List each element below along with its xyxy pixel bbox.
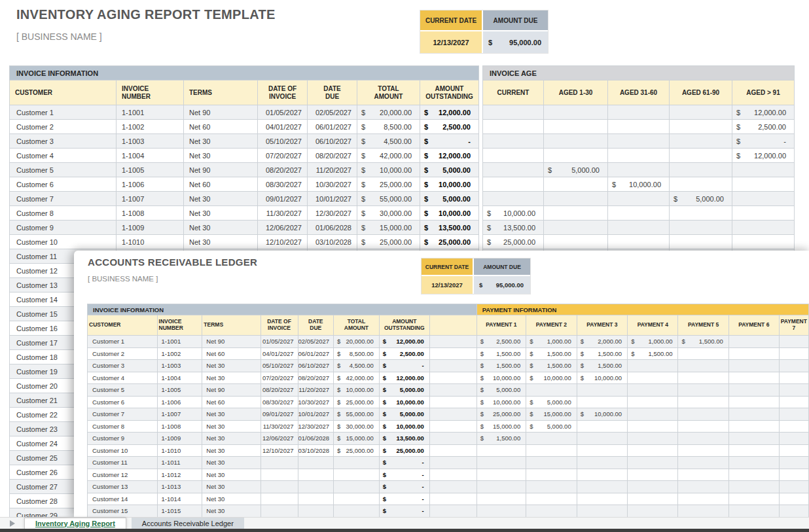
cell-invoice-number[interactable]: 1-1012 xyxy=(157,469,202,481)
column-header-amount-outstanding[interactable]: AMOUNT OUTSTANDING xyxy=(379,315,429,336)
cell-aged-61-90[interactable] xyxy=(670,149,732,163)
cell-aged-61-90[interactable] xyxy=(670,134,732,149)
cell-date-due[interactable]: 10/01/2027 xyxy=(298,408,334,421)
cell-terms[interactable]: Net 60 xyxy=(184,177,258,192)
cell-date-of-invoice[interactable]: 11/30/2027 xyxy=(258,206,308,221)
cell-payment-7[interactable] xyxy=(779,420,808,433)
cell-amount-outstanding[interactable]: $25,000.00 xyxy=(379,444,429,457)
cell-payment-7[interactable] xyxy=(779,384,808,397)
cell-payment-4[interactable] xyxy=(628,420,678,433)
cell-aged-31-60[interactable] xyxy=(608,235,670,249)
cell-terms[interactable]: Net 30 xyxy=(184,206,258,221)
cell-payment-3[interactable]: $10,000.00 xyxy=(577,372,627,384)
cell-aged-over-91[interactable] xyxy=(732,206,795,221)
cell-payment-1[interactable] xyxy=(476,505,526,518)
cell-payment-7[interactable] xyxy=(779,433,808,445)
cell-payment-5[interactable] xyxy=(678,347,728,360)
section-payment-information[interactable]: PAYMENT INFORMATION xyxy=(476,304,808,315)
cell-date-due[interactable]: 08/20/2027 xyxy=(298,372,334,384)
cell-current[interactable] xyxy=(483,163,544,177)
cell-aged-61-90[interactable] xyxy=(670,177,732,192)
cell-customer[interactable]: Customer 11 xyxy=(88,457,158,469)
column-header-current[interactable]: CURRENT xyxy=(483,80,544,105)
cell-date-due[interactable]: 12/30/2027 xyxy=(308,206,357,221)
cell-current[interactable]: $10,000.00 xyxy=(483,206,544,221)
cell-aged-over-91[interactable] xyxy=(732,177,795,192)
column-header-payment-2[interactable]: PAYMENT 2 xyxy=(526,315,577,336)
cell-amount-outstanding[interactable]: $12,000.00 xyxy=(420,149,479,163)
cell-payment-5[interactable] xyxy=(678,469,728,481)
cell-amount-outstanding[interactable]: $- xyxy=(420,134,479,149)
cell-payment-5[interactable] xyxy=(678,457,728,469)
column-header-customer[interactable]: CUSTOMER xyxy=(88,315,158,336)
cell-customer[interactable]: Customer 8 xyxy=(88,420,158,433)
cell-payment-3[interactable] xyxy=(577,433,627,445)
cell-invoice-number[interactable]: 1-1006 xyxy=(157,396,202,408)
cell-aged-31-60[interactable] xyxy=(608,192,670,206)
cell-payment-6[interactable] xyxy=(728,372,779,384)
column-header-date-of-invoice[interactable]: DATE OF INVOICE xyxy=(261,315,298,336)
column-header-amount-outstanding[interactable]: AMOUNT OUTSTANDING xyxy=(420,80,479,105)
cell-current[interactable] xyxy=(483,192,544,206)
cell-payment-1[interactable]: $2,500.00 xyxy=(476,336,526,348)
cell-invoice-number[interactable]: 1-1010 xyxy=(117,235,184,249)
cell-aged-61-90[interactable]: $5,000.00 xyxy=(670,192,732,206)
cell-invoice-number[interactable]: 1-1005 xyxy=(117,163,184,177)
cell-terms[interactable]: Net 30 xyxy=(202,444,261,457)
cell-terms[interactable]: Net 30 xyxy=(184,235,258,249)
column-header-total-amount[interactable]: TOTAL AMOUNT xyxy=(334,315,380,336)
cell-payment-6[interactable] xyxy=(728,493,779,505)
cell-terms[interactable]: Net 30 xyxy=(184,192,258,206)
cell-payment-3[interactable]: $2,000.00 xyxy=(577,336,627,348)
cell-invoice-number[interactable]: 1-1015 xyxy=(157,505,202,518)
cell-total-amount[interactable]: $8,500.00 xyxy=(334,347,380,360)
cell-payment-4[interactable] xyxy=(628,481,678,493)
cell-date-due[interactable]: 10/30/2027 xyxy=(308,177,357,192)
cell-date-due[interactable]: 06/01/2027 xyxy=(308,120,357,134)
cell-date-due[interactable] xyxy=(298,481,334,493)
cell-payment-4[interactable] xyxy=(628,505,678,518)
cell-payment-3[interactable]: $1,500.00 xyxy=(577,360,627,372)
cell-aged-over-91[interactable] xyxy=(732,163,795,177)
cell-payment-5[interactable] xyxy=(678,396,728,408)
cell-date-due[interactable] xyxy=(298,469,334,481)
cell-current[interactable] xyxy=(483,177,544,192)
column-header-payment-7[interactable]: PAYMENT 7 xyxy=(779,315,808,336)
cell-customer[interactable]: Customer 6 xyxy=(10,177,117,192)
cell-payment-5[interactable] xyxy=(678,433,728,445)
cell-aged-61-90[interactable] xyxy=(670,206,732,221)
cell-customer[interactable]: Customer 2 xyxy=(88,347,158,360)
cell-invoice-number[interactable]: 1-1002 xyxy=(157,347,202,360)
cell-payment-1[interactable]: $1,500.00 xyxy=(476,360,526,372)
cell-date-of-invoice[interactable]: 12/10/2027 xyxy=(258,235,308,249)
cell-date-of-invoice[interactable]: 12/06/2027 xyxy=(258,221,308,235)
cell-aged-1-30[interactable]: $5,000.00 xyxy=(544,163,608,177)
cell-payment-4[interactable] xyxy=(628,372,678,384)
column-header-aged-61-90[interactable]: AGED 61-90 xyxy=(670,80,732,105)
column-header-aged-31-60[interactable]: AGED 31-60 xyxy=(608,80,670,105)
cell-amount-outstanding[interactable]: $13,500.00 xyxy=(420,221,479,235)
cell-total-amount[interactable] xyxy=(334,457,380,469)
cell-date-of-invoice[interactable]: 01/05/2027 xyxy=(258,105,308,120)
cell-total-amount[interactable]: $8,500.00 xyxy=(357,120,420,134)
cell-aged-61-90[interactable] xyxy=(670,221,732,235)
cell-terms[interactable]: Net 90 xyxy=(184,163,258,177)
cell-terms[interactable]: Net 30 xyxy=(202,505,261,518)
cell-date-due[interactable]: 02/05/2027 xyxy=(298,336,334,348)
cell-date-due[interactable]: 06/10/2027 xyxy=(308,134,357,149)
cell-total-amount[interactable]: $42,000.00 xyxy=(357,149,420,163)
cell-date-of-invoice[interactable] xyxy=(261,469,298,481)
cell-date-due[interactable]: 02/05/2027 xyxy=(308,105,357,120)
cell-date-due[interactable]: 12/30/2027 xyxy=(298,420,334,433)
amount-due-value-cell[interactable]: $ 95,000.00 xyxy=(474,276,530,294)
section-invoice-information[interactable]: INVOICE INFORMATION xyxy=(88,304,477,315)
cell-customer[interactable]: Customer 12 xyxy=(88,469,158,481)
cell-payment-4[interactable] xyxy=(628,360,678,372)
cell-payment-4[interactable] xyxy=(628,396,678,408)
column-header-aged-91[interactable]: AGED > 91 xyxy=(732,80,795,105)
cell-date-of-invoice[interactable] xyxy=(261,493,298,505)
cell-payment-2[interactable]: $5,000.00 xyxy=(526,396,577,408)
cell-amount-outstanding[interactable]: $- xyxy=(379,481,429,493)
cell-invoice-number[interactable]: 1-1004 xyxy=(157,372,202,384)
cell-payment-7[interactable] xyxy=(779,444,808,457)
